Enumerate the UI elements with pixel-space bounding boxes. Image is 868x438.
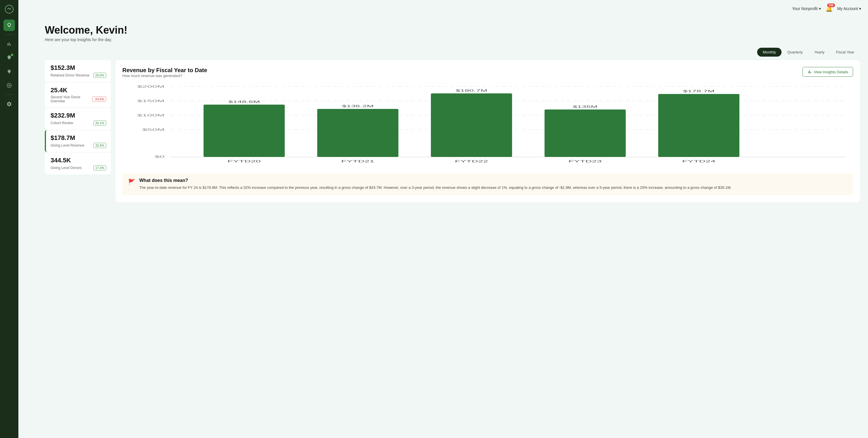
stat-value-second-year: 25.4K (51, 87, 106, 94)
notification-badge: 598 (827, 3, 835, 7)
welcome-title: Welcome, Kevin! (45, 24, 860, 36)
tab-monthly[interactable]: Monthly (757, 48, 782, 57)
bar-fytd21 (317, 109, 398, 157)
sidebar-item-bulb[interactable] (3, 52, 15, 63)
svg-text:FYTD23: FYTD23 (568, 159, 602, 163)
notification-dot (11, 54, 13, 56)
sidebar (0, 0, 19, 438)
svg-text:$148.6M: $148.6M (228, 100, 260, 104)
notification-bell[interactable]: 🔔 598 (826, 5, 833, 12)
svg-text:$180.7M: $180.7M (456, 89, 487, 92)
tab-fiscal-year[interactable]: Fiscal Year (830, 48, 860, 57)
stat-card-giving-donors[interactable]: 344.5K Giving Level Donors 17.3% (45, 153, 111, 174)
svg-text:$178.7M: $178.7M (683, 90, 715, 93)
bar-chart-svg: $200M $150M $100M $50M $0 $148.6M FYTD20… (122, 84, 853, 170)
stat-value-giving-donors: 344.5K (51, 157, 106, 164)
account-chevron: ▾ (859, 6, 861, 11)
chart-subtitle: How much revenue was generated? (122, 74, 207, 78)
period-tabs: Monthly Quarterly Yearly Fiscal Year (45, 48, 860, 57)
app-logo[interactable] (3, 3, 15, 15)
svg-text:FYTD24: FYTD24 (682, 159, 715, 163)
main-content: Welcome, Kevin! Here are your top Insigh… (37, 17, 868, 438)
view-insights-button[interactable]: View Insights Details (803, 67, 853, 77)
stat-badge-second-year: -24.6% (92, 96, 106, 102)
stat-card-retained-donor[interactable]: $152.3M Retained Donor Revenue 29.0% (45, 60, 111, 82)
sidebar-item-plug[interactable] (3, 66, 15, 77)
svg-text:$50M: $50M (142, 128, 164, 132)
sidebar-divider-2 (5, 94, 14, 95)
tab-quarterly[interactable]: Quarterly (781, 48, 808, 57)
bar-fytd23 (545, 110, 626, 157)
chart-panel: Revenue by Fiscal Year to Date How much … (116, 60, 860, 202)
org-selector[interactable]: Your Nonprofit ▾ (792, 6, 821, 11)
stat-badge-giving-donors: 17.3% (93, 165, 106, 170)
svg-text:$135M: $135M (573, 105, 597, 108)
svg-text:$200M: $200M (137, 85, 164, 88)
sidebar-item-settings[interactable] (3, 98, 15, 110)
sidebar-item-target[interactable] (3, 80, 15, 91)
insight-box: 🚩 What does this mean? The year-to-date … (122, 173, 853, 195)
stat-label-text-giving-level: Giving Level Revenue (51, 143, 84, 147)
flag-icon: 🚩 (128, 178, 135, 191)
stat-label-text-cohort: Cohort Review (51, 121, 73, 125)
svg-text:$100M: $100M (137, 114, 164, 117)
account-menu[interactable]: My Account ▾ (837, 6, 861, 11)
chart-title: Revenue by Fiscal Year to Date (122, 67, 207, 74)
svg-text:$0: $0 (155, 155, 164, 158)
svg-text:FYTD20: FYTD20 (227, 159, 261, 163)
stat-badge-retained: 29.0% (93, 73, 106, 78)
stat-label-text-retained: Retained Donor Revenue (51, 73, 89, 77)
stat-label-giving-level: Giving Level Revenue 32.4% (51, 143, 106, 148)
bar-fytd22 (431, 93, 512, 157)
sidebar-item-bar-chart[interactable] (3, 38, 15, 50)
org-chevron: ▾ (819, 6, 821, 11)
stat-card-cohort[interactable]: $232.9M Cohort Review 26.1% (45, 108, 111, 129)
insight-title: What does this mean? (139, 178, 732, 183)
svg-text:FYTD21: FYTD21 (341, 159, 375, 163)
insight-text: The year-to-date revenue for FY 24 is $1… (139, 185, 732, 191)
stat-card-second-year[interactable]: 25.4K Second Year Donor Overview -24.6% (45, 83, 111, 107)
bar-chart: $200M $150M $100M $50M $0 $148.6M FYTD20… (122, 84, 853, 170)
stat-label-second-year: Second Year Donor Overview -24.6% (51, 95, 106, 103)
stat-label-text-second-year: Second Year Donor Overview (51, 95, 91, 103)
svg-text:$136.2M: $136.2M (342, 105, 374, 108)
stat-card-giving-level[interactable]: $178.7M Giving Level Revenue 32.4% (45, 130, 111, 152)
sidebar-divider-1 (5, 34, 14, 35)
stat-label-cohort: Cohort Review 26.1% (51, 120, 106, 125)
stat-value-giving-level: $178.7M (51, 134, 106, 142)
sidebar-item-bulb-wrap (3, 52, 15, 63)
stat-label-retained: Retained Donor Revenue 29.0% (51, 73, 106, 78)
bar-fytd20 (204, 105, 285, 157)
stat-badge-cohort: 26.1% (93, 120, 106, 125)
svg-text:$150M: $150M (137, 99, 164, 103)
welcome-subtitle: Here are your top Insights for the day. (45, 37, 860, 42)
account-label: My Account (837, 6, 858, 11)
svg-text:FYTD22: FYTD22 (455, 159, 488, 163)
bar-fytd24 (658, 94, 740, 157)
insight-content: What does this mean? The year-to-date re… (139, 178, 732, 191)
tab-yearly[interactable]: Yearly (809, 48, 830, 57)
chart-header: Revenue by Fiscal Year to Date How much … (122, 67, 853, 83)
stat-value-retained: $152.3M (51, 64, 106, 71)
stat-label-giving-donors: Giving Level Donors 17.3% (51, 165, 106, 170)
view-insights-label: View Insights Details (814, 70, 848, 74)
sidebar-item-insights[interactable] (3, 20, 15, 31)
topbar: Your Nonprofit ▾ 🔔 598 My Account ▾ (19, 0, 868, 17)
org-name: Your Nonprofit (792, 6, 818, 11)
stat-cards-column: $152.3M Retained Donor Revenue 29.0% 25.… (45, 60, 111, 174)
stat-value-cohort: $232.9M (51, 112, 106, 119)
chart-bar-icon (807, 69, 812, 74)
content-grid: $152.3M Retained Donor Revenue 29.0% 25.… (45, 60, 860, 202)
stat-label-text-giving-donors: Giving Level Donors (51, 166, 82, 170)
stat-badge-giving-level: 32.4% (93, 143, 106, 148)
